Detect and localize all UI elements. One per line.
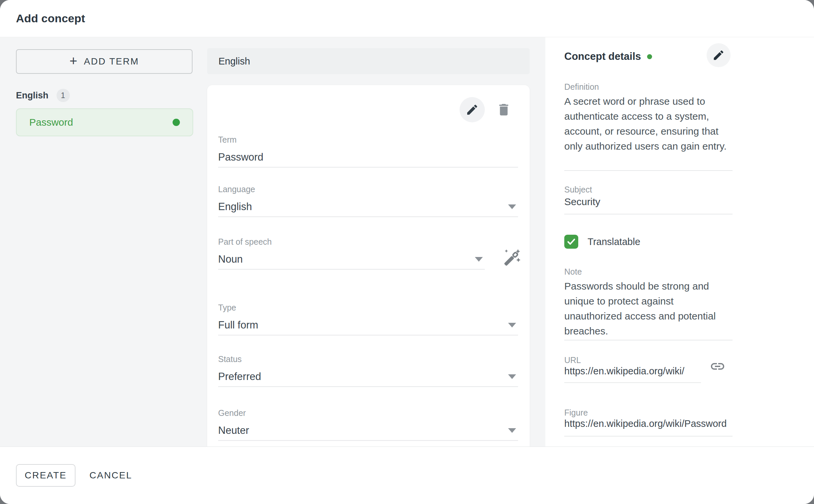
term-input[interactable]: Password xyxy=(218,148,518,168)
figure-label: Figure xyxy=(564,408,588,418)
subject-label: Subject xyxy=(564,185,592,194)
delete-term-button[interactable] xyxy=(496,102,511,117)
term-count-badge: 1 xyxy=(57,89,70,102)
add-term-label: ADD TERM xyxy=(84,56,139,67)
term-input-value: Password xyxy=(218,151,263,163)
concept-status-dot xyxy=(647,54,652,59)
chevron-down-icon xyxy=(475,257,483,262)
divider xyxy=(564,214,733,214)
cancel-button[interactable]: CANCEL xyxy=(87,467,134,484)
field-part-of-speech-label: Part of speech xyxy=(218,237,485,247)
field-gender-label: Gender xyxy=(218,408,518,418)
dialog-header: Add concept xyxy=(0,0,814,37)
open-link-button[interactable] xyxy=(710,358,726,374)
note-field[interactable]: Passwords should be strong and unique to… xyxy=(564,279,733,338)
auto-detect-part-of-speech-button[interactable] xyxy=(501,248,521,269)
field-type-label: Type xyxy=(218,303,518,313)
note-label: Note xyxy=(564,267,582,277)
term-language-header-label: English xyxy=(218,56,250,67)
group-language-label: English xyxy=(16,90,49,101)
status-select[interactable]: Preferred xyxy=(218,367,518,387)
gender-select[interactable]: Neuter xyxy=(218,421,518,441)
pencil-icon xyxy=(466,103,479,116)
term-card: Term Password Language English Part of s… xyxy=(207,85,530,446)
edit-concept-details-button[interactable] xyxy=(707,43,731,67)
gender-select-value: Neuter xyxy=(218,425,249,437)
plus-icon: + xyxy=(69,54,77,67)
concept-details-panel: Concept details Definition A secret word… xyxy=(545,37,814,446)
field-gender: Gender Neuter xyxy=(218,408,518,441)
url-field[interactable]: https://en.wikipedia.org/wiki/ xyxy=(564,366,684,377)
part-of-speech-select[interactable]: Noun xyxy=(218,250,485,270)
trash-icon xyxy=(496,102,511,117)
definition-field[interactable]: A secret word or phrase used to authenti… xyxy=(564,94,733,154)
chevron-down-icon xyxy=(508,323,516,327)
dialog-footer: CREATE CANCEL xyxy=(0,446,814,504)
subject-field[interactable]: Security xyxy=(564,196,600,207)
translatable-label: Translatable xyxy=(588,236,640,247)
page-title: Add concept xyxy=(16,12,85,25)
concept-details-title: Concept details xyxy=(564,51,641,63)
definition-label: Definition xyxy=(564,82,599,92)
language-select-value: English xyxy=(218,201,252,213)
url-label: URL xyxy=(564,355,581,365)
status-select-value: Preferred xyxy=(218,371,261,383)
term-language-group: English 1 xyxy=(16,88,70,103)
part-of-speech-select-value: Noun xyxy=(218,253,243,265)
type-select[interactable]: Full form xyxy=(218,315,518,335)
create-button[interactable]: CREATE xyxy=(16,464,75,487)
term-chip-label: Password xyxy=(29,117,73,128)
concept-details-header: Concept details xyxy=(564,51,652,63)
link-icon xyxy=(710,358,726,374)
divider xyxy=(564,340,733,340)
chevron-down-icon xyxy=(508,428,516,433)
chevron-down-icon xyxy=(508,204,516,209)
translatable-checkbox-row[interactable]: Translatable xyxy=(564,235,640,249)
divider xyxy=(564,170,733,171)
magic-wand-icon xyxy=(501,248,521,269)
field-term-label: Term xyxy=(218,135,518,145)
field-language: Language English xyxy=(218,185,518,217)
field-term: Term Password xyxy=(218,135,518,168)
language-select[interactable]: English xyxy=(218,197,518,217)
field-status: Status Preferred xyxy=(218,354,518,387)
checkbox-checked-icon[interactable] xyxy=(564,235,578,249)
divider xyxy=(564,436,733,437)
term-status-dot xyxy=(173,119,180,126)
field-type: Type Full form xyxy=(218,303,518,335)
term-editor-column: English Term xyxy=(207,37,530,446)
edit-term-button[interactable] xyxy=(460,97,485,122)
type-select-value: Full form xyxy=(218,319,258,331)
figure-field[interactable]: https://en.wikipedia.org/wiki/Password xyxy=(564,418,735,429)
chevron-down-icon xyxy=(508,374,516,379)
divider xyxy=(564,382,701,383)
term-language-header: English xyxy=(207,48,530,74)
pencil-icon xyxy=(712,49,725,62)
field-status-label: Status xyxy=(218,354,518,364)
term-card-actions xyxy=(460,97,511,122)
field-language-label: Language xyxy=(218,185,518,194)
add-concept-dialog: Add concept + ADD TERM English 1 Passwor… xyxy=(0,0,814,504)
term-list-item-password[interactable]: Password xyxy=(16,108,193,136)
add-term-button[interactable]: + ADD TERM xyxy=(16,49,193,74)
dialog-content: + ADD TERM English 1 Password English xyxy=(0,37,814,446)
field-part-of-speech: Part of speech Noun xyxy=(218,237,485,270)
